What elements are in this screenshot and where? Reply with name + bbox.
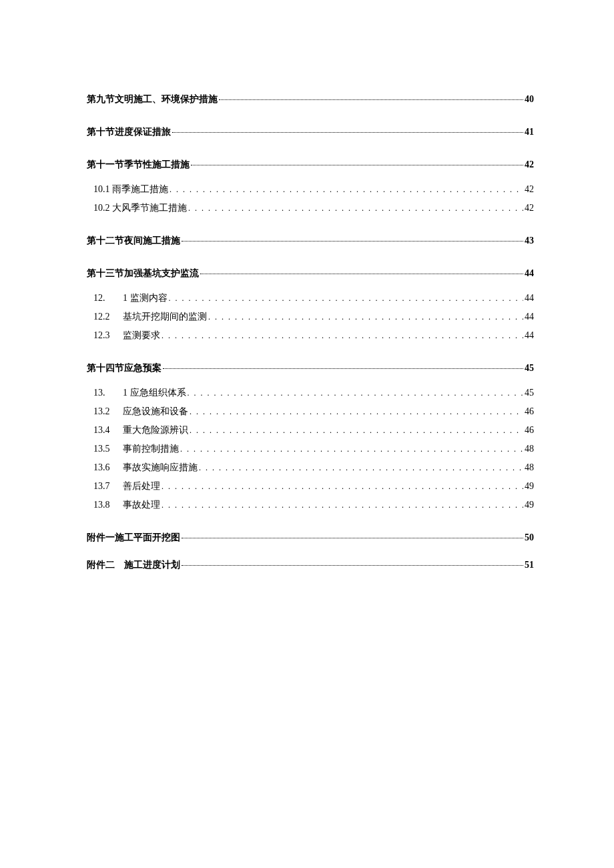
toc-entry: 第十四节应急预案 45 bbox=[87, 361, 534, 375]
toc-leader bbox=[200, 273, 523, 274]
toc-sub-entry: 12.2基坑开挖期间的监测 44 bbox=[93, 310, 534, 324]
toc-label: 附件一施工平面开挖图 bbox=[87, 530, 180, 544]
toc-leader bbox=[182, 537, 523, 538]
toc-sub-entry: 13.5事前控制措施 48 bbox=[93, 442, 534, 456]
toc-leader bbox=[219, 99, 523, 100]
toc-page: 43 bbox=[525, 234, 534, 248]
toc-page: 42 bbox=[525, 182, 534, 196]
toc-page: 44 bbox=[525, 266, 534, 280]
toc-label: 第九节文明施工、环境保护措施 bbox=[87, 92, 218, 106]
toc-leader bbox=[191, 164, 523, 165]
toc-page: 44 bbox=[525, 291, 534, 305]
toc-page: 49 bbox=[525, 479, 534, 493]
toc-page: 49 bbox=[525, 498, 534, 512]
toc-sub-label: 13.6事故实施响应措施 bbox=[93, 460, 198, 474]
toc-sub-entry: 10.1 雨季施工措施 42 bbox=[93, 182, 534, 196]
toc-leader bbox=[190, 406, 523, 418]
toc-leader bbox=[169, 292, 524, 304]
toc-sub-entry: 13.1 应急组织体系 45 bbox=[93, 386, 534, 400]
toc-page: 45 bbox=[525, 386, 534, 400]
toc-sub-label: 13.2应急设施和设备 bbox=[93, 404, 188, 418]
toc-sub-label: 13.4重大危险源辨识 bbox=[93, 423, 188, 437]
toc-entry: 第十二节夜间施工措施 43 bbox=[87, 234, 534, 248]
toc-sub-entry: 12.1 监测内容 44 bbox=[93, 291, 534, 305]
toc-entry: 第九节文明施工、环境保护措施 40 bbox=[87, 92, 534, 106]
toc-sub-block: 10.1 雨季施工措施 42 10.2 大风季节施工措施 42 bbox=[87, 182, 534, 215]
toc-sub-label: 13.5事前控制措施 bbox=[93, 442, 179, 456]
toc-page: 51 bbox=[525, 558, 534, 572]
toc-sub-entry: 10.2 大风季节施工措施 42 bbox=[93, 201, 534, 215]
toc-entry: 第十三节加强基坑支护监流 44 bbox=[87, 266, 534, 280]
toc-sub-label: 13.1 应急组织体系 bbox=[93, 386, 186, 400]
toc-entry: 附件二 施工进度计划 51 bbox=[87, 558, 534, 572]
toc-sub-label: 10.2 大风季节施工措施 bbox=[93, 201, 187, 215]
toc-entry: 第十一节季节性施工措施 42 bbox=[87, 157, 534, 171]
toc-leader bbox=[180, 443, 523, 455]
toc-sub-entry: 13.8事故处理 49 bbox=[93, 498, 534, 512]
toc-leader bbox=[188, 202, 523, 214]
toc-sub-label: 10.1 雨季施工措施 bbox=[93, 182, 168, 196]
toc-leader bbox=[208, 311, 523, 323]
toc-label: 附件二 施工进度计划 bbox=[87, 558, 180, 572]
toc-leader bbox=[182, 564, 523, 566]
toc-label: 第十一节季节性施工措施 bbox=[87, 157, 190, 171]
toc-label: 第十四节应急预案 bbox=[87, 361, 162, 375]
toc-page: 48 bbox=[525, 460, 534, 474]
toc-label: 第十三节加强基坑支护监流 bbox=[87, 266, 199, 280]
toc-entry: 附件一施工平面开挖图 50 bbox=[87, 530, 534, 544]
toc-leader bbox=[162, 480, 523, 492]
toc-page: 46 bbox=[525, 423, 534, 437]
toc-leader bbox=[170, 183, 523, 195]
toc-page: 45 bbox=[525, 361, 534, 375]
toc-leader bbox=[182, 240, 523, 242]
toc-page: 42 bbox=[525, 157, 534, 171]
toc-page: 44 bbox=[525, 328, 534, 342]
toc-entry: 第十节进度保证措旅 41 bbox=[87, 125, 534, 139]
toc-sub-label: 12.3监测要求 bbox=[93, 328, 160, 342]
toc-sub-entry: 13.7善后处理 49 bbox=[93, 479, 534, 493]
toc-leader bbox=[190, 424, 523, 436]
toc-leader bbox=[162, 499, 523, 511]
toc-sub-entry: 13.4重大危险源辨识 46 bbox=[93, 423, 534, 437]
toc-leader bbox=[188, 387, 524, 399]
toc-page: 40 bbox=[525, 92, 534, 106]
toc-page: 41 bbox=[525, 125, 534, 139]
document-page: 第九节文明施工、环境保护措施 40 第十节进度保证措旅 41 第十一节季节性施工… bbox=[0, 0, 614, 868]
toc-sub-label: 12.2基坑开挖期间的监测 bbox=[93, 310, 207, 324]
toc-leader bbox=[172, 131, 523, 133]
toc-sub-label: 13.7善后处理 bbox=[93, 479, 160, 493]
toc-label: 第十节进度保证措旅 bbox=[87, 125, 171, 139]
toc-page: 50 bbox=[525, 530, 534, 544]
toc-leader bbox=[162, 330, 523, 342]
toc-page: 48 bbox=[525, 442, 534, 456]
toc-sub-block: 13.1 应急组织体系 45 13.2应急设施和设备 46 13.4重大危险源辨… bbox=[87, 386, 534, 512]
toc-sub-label: 13.8事故处理 bbox=[93, 498, 160, 512]
toc-page: 46 bbox=[525, 404, 534, 418]
toc-page: 44 bbox=[525, 310, 534, 324]
toc-sub-entry: 12.3监测要求 44 bbox=[93, 328, 534, 342]
toc-page: 42 bbox=[525, 201, 534, 215]
toc-sub-entry: 13.6事故实施响应措施 48 bbox=[93, 460, 534, 474]
toc-leader bbox=[199, 462, 523, 474]
toc-label: 第十二节夜间施工措施 bbox=[87, 234, 180, 248]
toc-sub-label: 12.1 监测内容 bbox=[93, 291, 168, 305]
toc-sub-entry: 13.2应急设施和设备 46 bbox=[93, 404, 534, 418]
toc-sub-block: 12.1 监测内容 44 12.2基坑开挖期间的监测 44 12.3监测要求 4… bbox=[87, 291, 534, 342]
toc-leader bbox=[163, 368, 523, 369]
